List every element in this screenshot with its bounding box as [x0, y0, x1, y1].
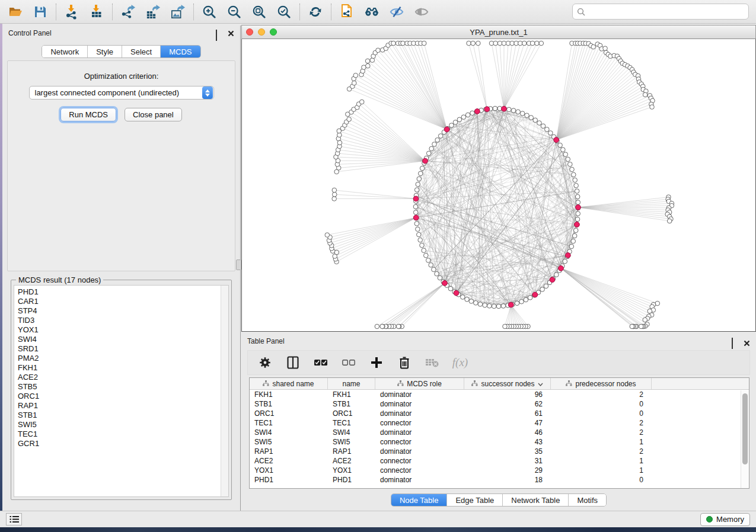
table-row[interactable]: YOX1YOX1connector291	[250, 466, 749, 475]
table-cell[interactable]: 0	[551, 409, 652, 418]
table-cell[interactable]: connector	[375, 418, 464, 428]
add-column-icon[interactable]	[370, 356, 383, 369]
table-row[interactable]: PHD1PHD1dominator180	[250, 475, 749, 485]
table-row[interactable]: TEC1TEC1connector472	[250, 418, 749, 428]
network-window-titlebar[interactable]: YPA_prune.txt_1	[241, 25, 756, 39]
mcds-result-item[interactable]: SRD1	[18, 344, 228, 354]
table-row[interactable]: ORC1ORC1dominator610	[250, 409, 749, 418]
table-cell[interactable]: RAP1	[328, 447, 375, 456]
column-header-successor-nodes[interactable]: successor nodes	[464, 378, 551, 389]
table-cell[interactable]: TEC1	[250, 418, 328, 428]
table-cell[interactable]: 18	[464, 475, 551, 485]
table-scrollbar[interactable]	[741, 390, 749, 488]
open-file-icon[interactable]	[8, 5, 23, 19]
column-header-predecessor-nodes[interactable]: predecessor nodes	[551, 378, 652, 389]
zoom-selected-icon[interactable]	[277, 5, 291, 19]
mcds-result-item[interactable]: GCR1	[18, 439, 228, 448]
close-panel-button[interactable]: Close panel	[125, 108, 182, 121]
table-cell[interactable]: 96	[464, 390, 551, 399]
table-cell[interactable]: ORC1	[328, 409, 375, 418]
table-cell[interactable]: 1	[551, 437, 652, 447]
mcds-result-item[interactable]: PMA2	[18, 354, 228, 363]
column-header-shared-name[interactable]: shared name	[250, 378, 328, 389]
table-cell[interactable]: PHD1	[328, 475, 375, 485]
export-image-icon[interactable]	[171, 5, 185, 19]
table-scrollbar-thumb[interactable]	[742, 393, 748, 464]
table-cell[interactable]: 61	[464, 409, 551, 418]
tab-network[interactable]: Network	[42, 46, 88, 57]
table-cell[interactable]: 2	[551, 390, 652, 399]
mcds-result-item[interactable]: SWI5	[18, 420, 228, 430]
search-network-icon[interactable]	[365, 5, 379, 19]
table-row[interactable]: RAP1RAP1dominator352	[250, 447, 749, 456]
table-cell[interactable]: dominator	[375, 390, 464, 399]
table-cell[interactable]: STB1	[328, 399, 375, 409]
close-panel-icon[interactable]	[228, 30, 234, 37]
table-cell[interactable]: 62	[464, 399, 551, 409]
zoom-in-icon[interactable]	[202, 5, 216, 19]
tab-style[interactable]: Style	[88, 46, 122, 57]
table-cell[interactable]: 2	[551, 447, 652, 456]
mcds-result-list[interactable]: PHD1CAR1STP4TID3YOX1SWI4SRD1PMA2FKH1ACE2…	[14, 285, 229, 497]
tab-network-table[interactable]: Network Table	[503, 494, 569, 506]
table-cell[interactable]: 46	[464, 428, 551, 437]
refresh-view-icon[interactable]	[308, 5, 323, 19]
show-graphics-details-icon[interactable]	[414, 5, 429, 19]
table-row[interactable]: ACE2ACE2connector311	[250, 456, 749, 466]
table-cell[interactable]: FKH1	[328, 390, 375, 399]
memory-button[interactable]: Memory	[700, 513, 750, 526]
float-table-panel-icon[interactable]	[732, 338, 738, 345]
select-all-checks-icon[interactable]	[314, 356, 327, 369]
table-cell[interactable]: dominator	[375, 475, 464, 485]
mcds-result-item[interactable]: CAR1	[18, 297, 228, 306]
table-cell[interactable]: 43	[464, 437, 551, 447]
mcds-result-item[interactable]: FKH1	[18, 363, 228, 373]
table-cell[interactable]: SWI5	[250, 437, 328, 447]
table-cell[interactable]: 2	[551, 428, 652, 437]
table-cell[interactable]: 35	[464, 447, 551, 456]
table-cell[interactable]: SWI4	[250, 428, 328, 437]
mcds-result-item[interactable]: STB1	[18, 411, 228, 420]
table-cell[interactable]: 0	[551, 475, 652, 485]
table-cell[interactable]: dominator	[375, 428, 464, 437]
mcds-result-item[interactable]: SWI4	[18, 335, 228, 344]
mcds-result-item[interactable]: RAP1	[18, 401, 228, 411]
zoom-out-icon[interactable]	[227, 5, 241, 19]
export-network-icon[interactable]	[121, 5, 135, 19]
close-table-panel-icon[interactable]	[744, 338, 750, 345]
table-cell[interactable]: TEC1	[328, 418, 375, 428]
delete-columns-icon[interactable]	[398, 356, 411, 369]
import-network-icon[interactable]	[65, 5, 79, 19]
table-cell[interactable]: ACE2	[328, 456, 375, 466]
network-graph[interactable]	[242, 39, 755, 331]
list-scrollbar[interactable]	[221, 286, 228, 496]
mcds-result-item[interactable]: YOX1	[18, 325, 228, 335]
table-cell[interactable]: connector	[375, 456, 464, 466]
hide-graphics-details-icon[interactable]	[390, 5, 404, 19]
zoom-fit-icon[interactable]	[252, 5, 266, 19]
table-row[interactable]: SWI4SWI4dominator462	[250, 428, 749, 437]
table-cell[interactable]: connector	[375, 466, 464, 475]
network-from-file-icon[interactable]	[340, 5, 354, 19]
task-history-button[interactable]	[6, 513, 22, 525]
panel-splitter-handle[interactable]	[236, 259, 241, 270]
table-cell[interactable]: FKH1	[250, 390, 328, 399]
table-cell[interactable]: dominator	[375, 399, 464, 409]
mcds-result-item[interactable]: TEC1	[18, 430, 228, 439]
tab-mcds[interactable]: MCDS	[161, 46, 200, 57]
tab-node-table[interactable]: Node Table	[391, 494, 448, 506]
table-cell[interactable]: 0	[551, 399, 652, 409]
table-row[interactable]: FKH1FKH1dominator962	[250, 390, 749, 399]
mcds-result-item[interactable]: STB5	[18, 382, 228, 392]
float-panel-icon[interactable]	[216, 30, 222, 37]
table-row[interactable]: SWI5SWI5connector431	[250, 437, 749, 447]
table-cell[interactable]: 29	[464, 466, 551, 475]
table-settings-gear-icon[interactable]	[259, 356, 272, 369]
table-cell[interactable]: 1	[551, 456, 652, 466]
table-cell[interactable]: ACE2	[250, 456, 328, 466]
mcds-result-item[interactable]: ORC1	[18, 392, 228, 401]
table-cell[interactable]: 47	[464, 418, 551, 428]
mcds-result-item[interactable]: PHD1	[18, 287, 228, 297]
table-cell[interactable]: ORC1	[250, 409, 328, 418]
tab-edge-table[interactable]: Edge Table	[447, 494, 503, 506]
